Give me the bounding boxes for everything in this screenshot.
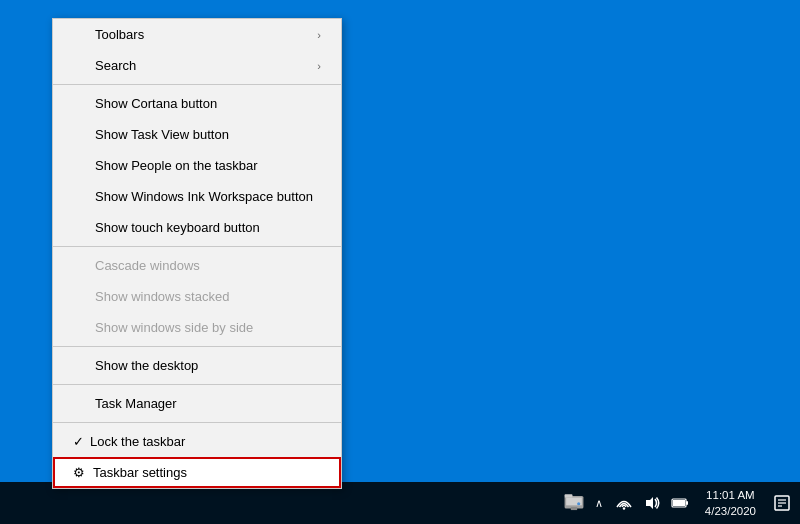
menu-separator — [53, 422, 341, 423]
menu-item-show-people[interactable]: Show People on the taskbar — [53, 150, 341, 181]
menu-item-show-ink[interactable]: Show Windows Ink Workspace button — [53, 181, 341, 212]
svg-point-5 — [623, 507, 625, 509]
taskbar-status-icons — [607, 492, 697, 514]
svg-rect-2 — [571, 507, 577, 510]
desktop: Toolbars›Search›Show Cortana buttonShow … — [0, 0, 800, 524]
checkmark-icon: ✓ — [73, 434, 84, 449]
taskbar-clock[interactable]: 11:01 AM 4/23/2020 — [697, 482, 764, 524]
network-icon[interactable] — [613, 492, 635, 514]
menu-item-label: Search — [95, 58, 317, 73]
menu-item-label: Show People on the taskbar — [95, 158, 321, 173]
context-menu: Toolbars›Search›Show Cortana buttonShow … — [52, 18, 342, 489]
menu-item-label: Show Windows Ink Workspace button — [95, 189, 321, 204]
menu-item-label: Show Cortana button — [95, 96, 321, 111]
volume-icon[interactable] — [641, 492, 663, 514]
menu-item-lock-taskbar[interactable]: ✓Lock the taskbar — [53, 426, 341, 457]
menu-item-show-desktop[interactable]: Show the desktop — [53, 350, 341, 381]
menu-item-label: Show windows side by side — [95, 320, 321, 335]
battery-icon[interactable] — [669, 492, 691, 514]
taskbar-drive-icon — [563, 492, 585, 514]
gear-icon: ⚙ — [73, 465, 85, 480]
menu-item-cascade[interactable]: Cascade windows — [53, 250, 341, 281]
menu-separator — [53, 84, 341, 85]
menu-item-stacked[interactable]: Show windows stacked — [53, 281, 341, 312]
menu-item-label: Show touch keyboard button — [95, 220, 321, 235]
clock-date: 4/23/2020 — [705, 503, 756, 519]
menu-item-toolbars[interactable]: Toolbars› — [53, 19, 341, 50]
clock-time: 11:01 AM — [706, 487, 755, 503]
taskbar-right: ∧ — [557, 482, 800, 524]
menu-item-show-cortana[interactable]: Show Cortana button — [53, 88, 341, 119]
menu-item-label: Show the desktop — [95, 358, 321, 373]
menu-item-show-keyboard[interactable]: Show touch keyboard button — [53, 212, 341, 243]
svg-point-3 — [577, 502, 580, 505]
menu-item-search[interactable]: Search› — [53, 50, 341, 81]
menu-item-side-by-side[interactable]: Show windows side by side — [53, 312, 341, 343]
menu-separator — [53, 246, 341, 247]
submenu-arrow-icon: › — [317, 29, 321, 41]
menu-item-show-task-view[interactable]: Show Task View button — [53, 119, 341, 150]
menu-item-label: Lock the taskbar — [90, 434, 321, 449]
menu-item-label: Taskbar settings — [93, 465, 321, 480]
notification-center-button[interactable] — [764, 482, 800, 524]
taskbar-system-icons — [557, 492, 591, 514]
menu-item-task-manager[interactable]: Task Manager — [53, 388, 341, 419]
menu-item-label: Toolbars — [95, 27, 317, 42]
submenu-arrow-icon: › — [317, 60, 321, 72]
menu-item-label: Task Manager — [95, 396, 321, 411]
menu-separator — [53, 384, 341, 385]
svg-rect-4 — [564, 494, 572, 497]
menu-item-label: Show windows stacked — [95, 289, 321, 304]
svg-rect-9 — [686, 501, 688, 505]
menu-item-taskbar-settings[interactable]: ⚙Taskbar settings — [53, 457, 341, 488]
menu-item-label: Cascade windows — [95, 258, 321, 273]
taskbar-overflow-chevron[interactable]: ∧ — [591, 497, 607, 510]
menu-item-label: Show Task View button — [95, 127, 321, 142]
svg-marker-6 — [646, 497, 653, 509]
svg-rect-8 — [673, 500, 685, 506]
menu-separator — [53, 346, 341, 347]
